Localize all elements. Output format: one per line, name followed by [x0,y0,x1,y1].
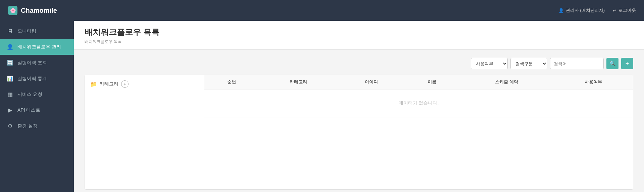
table-header-row: 순번 카테고리 아이디 이름 스케줄 예약 사용여부 [204,75,633,89]
sidebar-item-settings[interactable]: ⚙ 환경 설정 [0,118,74,134]
col-id: 아이디 [338,75,405,89]
sidebar-label-service: 서비스 요청 [17,91,42,98]
breadcrumb: 배치워크플로우 목록 [85,39,633,45]
col-use-status: 사용여부 [554,75,633,89]
sidebar: 🖥 모니터링 👤 배치워크플로우 관리 🔄 실행이력 조회 📊 실행이력 통계 … [0,21,74,192]
sidebar-item-batch-workflow[interactable]: 👤 배치워크플로우 관리 [0,39,74,55]
logo-icon: 🌸 [8,6,17,15]
logout-button[interactable]: ↩ 로그아웃 [613,7,636,13]
sidebar-item-history[interactable]: 🔄 실행이력 조회 [0,55,74,71]
sidebar-label-history: 실행이력 조회 [17,60,47,66]
sidebar-item-service[interactable]: ▦ 서비스 요청 [0,86,74,102]
user-label: 관리자 (배치관리자) [566,7,605,13]
category-panel: 📁 카테고리 + [85,75,199,189]
topnav: 🌸 Chamomile 👤 관리자 (배치관리자) ↩ 로그아웃 [0,0,644,21]
settings-icon: ⚙ [7,123,13,129]
content-area: 사용여부 사용 미사용 검색구분 아이디 이름 🔍 + [74,50,644,192]
table-panel: 순번 카테고리 아이디 이름 스케줄 예약 사용여부 데이터가 없습니다. [204,75,633,189]
search-icon: 🔍 [609,61,616,67]
sidebar-item-stats[interactable]: 📊 실행이력 통계 [0,71,74,86]
add-icon: + [626,60,629,67]
stats-icon: 📊 [7,75,13,82]
main-content: 배치워크플로우 목록 배치워크플로우 목록 사용여부 사용 미사용 검색구분 아… [74,21,644,192]
data-table: 순번 카테고리 아이디 이름 스케줄 예약 사용여부 데이터가 없습니다. [204,75,633,117]
add-category-button[interactable]: + [121,80,129,88]
sidebar-label-settings: 환경 설정 [17,123,38,129]
service-icon: ▦ [7,91,13,98]
folder-icon: 📁 [90,81,97,87]
category-label: 카테고리 [100,81,118,87]
sidebar-label-api-test: API 테스트 [17,107,40,113]
topnav-right: 👤 관리자 (배치관리자) ↩ 로그아웃 [558,7,636,13]
page-title: 배치워크플로우 목록 [85,27,633,38]
no-data-row: 데이터가 없습니다. [204,89,633,117]
search-input[interactable] [550,58,604,69]
two-panel: 📁 카테고리 + 순번 카테고리 아이디 이름 [85,75,633,190]
sidebar-label-monitoring: 모니터링 [17,28,36,34]
col-seq: 순번 [204,75,259,89]
add-button[interactable]: + [621,58,633,69]
main-layout: 🖥 모니터링 👤 배치워크플로우 관리 🔄 실행이력 조회 📊 실행이력 통계 … [0,21,644,192]
user-icon: 👤 [558,8,564,13]
sidebar-item-monitoring[interactable]: 🖥 모니터링 [0,24,74,39]
api-icon: ▶ [7,107,13,113]
category-header: 📁 카테고리 + [90,80,193,88]
app-logo: 🌸 Chamomile [8,6,57,15]
no-data-message: 데이터가 없습니다. [204,89,633,117]
app-name: Chamomile [21,7,57,14]
col-category: 카테고리 [259,75,338,89]
page-header: 배치워크플로우 목록 배치워크플로우 목록 [74,21,644,50]
search-category-select[interactable]: 검색구분 아이디 이름 [510,58,547,69]
toolbar-row: 사용여부 사용 미사용 검색구분 아이디 이름 🔍 + [85,58,633,69]
user-info: 👤 관리자 (배치관리자) [558,7,605,13]
col-name: 이름 [405,75,459,89]
col-schedule: 스케줄 예약 [459,75,554,89]
sidebar-label-stats: 실행이력 통계 [17,76,47,82]
logout-label: 로그아웃 [618,7,636,13]
batch-icon: 👤 [7,44,13,50]
use-status-select[interactable]: 사용여부 사용 미사용 [471,58,508,69]
history-icon: 🔄 [7,60,13,66]
monitor-icon: 🖥 [7,28,13,34]
search-button[interactable]: 🔍 [606,58,618,69]
sidebar-label-batch-workflow: 배치워크플로우 관리 [17,44,61,50]
logout-icon: ↩ [613,8,616,13]
sidebar-item-api-test[interactable]: ▶ API 테스트 [0,102,74,118]
